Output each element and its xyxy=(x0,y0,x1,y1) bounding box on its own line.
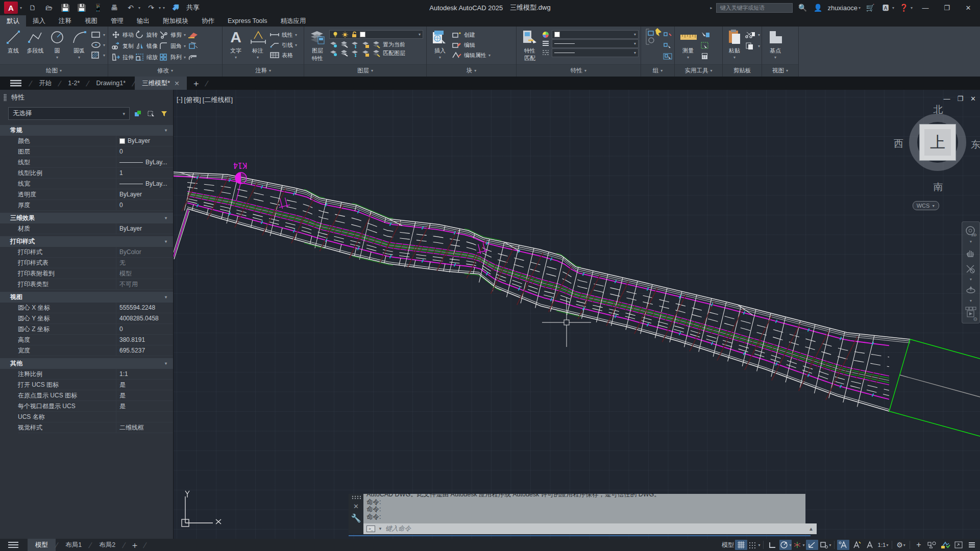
pickadd-toggle-icon[interactable] xyxy=(133,109,143,119)
panel-title[interactable]: 组▾ xyxy=(641,64,674,77)
search-input[interactable]: 键入关键字或短语 xyxy=(716,3,793,13)
ellipse-button[interactable]: ▾ xyxy=(91,40,105,49)
crosshair-toggle[interactable]: + xyxy=(913,540,925,550)
panel-title[interactable]: 特性▾ xyxy=(517,64,641,77)
quick-select-button[interactable] xyxy=(700,30,710,39)
palette-row[interactable]: 宽度695.5237 xyxy=(18,345,173,356)
clean-screen[interactable] xyxy=(952,540,965,550)
autoscale-toggle[interactable] xyxy=(850,540,863,550)
palette-section-3[interactable]: 视图▾ xyxy=(0,292,173,303)
annoscale-icon[interactable] xyxy=(864,540,876,550)
file-tab-0[interactable]: 开始 xyxy=(32,77,59,90)
trim-button[interactable]: 修剪▾ xyxy=(159,30,186,39)
erase-button[interactable] xyxy=(187,30,200,39)
layer-dropdown[interactable]: ▾ xyxy=(329,30,423,39)
file-tab-1[interactable]: 1-2* xyxy=(61,77,87,90)
file-tab-2[interactable]: Drawing1* xyxy=(89,77,133,90)
grid-toggle[interactable] xyxy=(735,540,747,550)
panel-title[interactable]: 块▾ xyxy=(427,64,516,77)
palette-section-4[interactable]: 其他▾ xyxy=(0,358,173,369)
measure-button[interactable]: 测量▾ xyxy=(678,28,698,60)
copy-button[interactable]: 复制 xyxy=(111,41,134,51)
cut-button[interactable]: ▾ xyxy=(745,30,760,39)
logo-caret-icon[interactable]: ▾ xyxy=(20,6,22,10)
calculator-button[interactable] xyxy=(700,52,710,61)
save-icon[interactable]: 💾 xyxy=(60,3,71,13)
color-dropdown[interactable]: ▾ xyxy=(552,30,639,39)
ribbon-tab-2[interactable]: 注释 xyxy=(52,15,78,27)
command-expand-icon[interactable]: ▲ xyxy=(808,526,814,532)
workspace-gear[interactable]: ⚙▾ xyxy=(895,540,907,550)
polar-toggle[interactable]: ▾ xyxy=(779,540,792,550)
hatch-button[interactable]: ▾ xyxy=(91,51,105,60)
rotate-button[interactable]: 旋转 xyxy=(135,30,158,39)
tab-close-icon[interactable]: ✕ xyxy=(174,80,179,87)
palette-row[interactable]: 打印样式表无 xyxy=(18,258,173,268)
panel-title[interactable]: 剪贴板 xyxy=(723,64,762,77)
panel-title[interactable]: 修改▾ xyxy=(108,64,222,77)
palette-section-0[interactable]: 常规▾ xyxy=(0,125,173,136)
group-button[interactable] xyxy=(644,28,662,47)
palette-row[interactable]: 透明度ByLayer xyxy=(18,189,173,200)
copy-clip-button[interactable]: ▾ xyxy=(745,41,760,51)
undo-caret-icon[interactable]: ▾ xyxy=(138,6,140,10)
otrack-toggle[interactable] xyxy=(806,540,818,550)
palette-row[interactable]: UCS 名称 xyxy=(18,412,173,422)
match-properties-button[interactable]: 特性匹配 xyxy=(520,28,540,62)
command-grip[interactable]: ✕ 🔧 xyxy=(349,494,363,534)
layout-tab-2[interactable]: 布局2 xyxy=(91,539,123,551)
undo-icon[interactable]: ↶ xyxy=(125,3,136,13)
leader-button[interactable]: 引线▾ xyxy=(270,40,297,49)
osnap-toggle[interactable]: ▾ xyxy=(819,540,831,550)
group-select-toggle[interactable] xyxy=(663,52,672,61)
ribbon-tab-9[interactable]: 精选应用 xyxy=(274,15,313,27)
scale-button[interactable]: 缩放 xyxy=(135,53,158,62)
panel-title[interactable]: 图层▾ xyxy=(304,64,426,77)
panel-title[interactable]: 视图▾ xyxy=(762,64,798,77)
panel-title[interactable]: 注释▾ xyxy=(223,64,304,77)
layout-tab-0[interactable]: 模型 xyxy=(28,539,56,551)
command-input[interactable]: >_▼ 键入命令 ▲ xyxy=(363,523,817,534)
layer-properties-button[interactable]: 图层特性 xyxy=(307,28,328,62)
explode-button[interactable] xyxy=(187,41,200,51)
palette-row[interactable]: 线型比例1 xyxy=(18,168,173,179)
polyline-button[interactable]: 多段线 xyxy=(25,28,45,55)
autocad-logo[interactable]: A xyxy=(4,2,18,14)
ribbon-tab-0[interactable]: 默认 xyxy=(0,15,26,27)
dimension-button[interactable]: 标注▾ xyxy=(248,28,268,60)
ribbon-tab-4[interactable]: 管理 xyxy=(104,15,130,27)
edit-block-button[interactable]: 编辑 xyxy=(452,40,491,49)
insert-block-button[interactable]: 插入▾ xyxy=(430,28,450,60)
palette-row[interactable]: 圆心 Z 坐标0 xyxy=(18,324,173,335)
table-button[interactable]: 表格 xyxy=(270,51,297,60)
palette-row[interactable]: 每个视口都显示 UCS是 xyxy=(18,401,173,412)
palette-section-1[interactable]: 三维效果▾ xyxy=(0,213,173,223)
panel-title[interactable]: 实用工具▾ xyxy=(675,64,722,77)
group-edit-button[interactable] xyxy=(663,41,672,50)
panel-title[interactable]: 绘图▾ xyxy=(0,64,108,77)
lineweight-dropdown[interactable]: ▾ xyxy=(552,39,639,48)
user-name[interactable]: zhuxiaoce xyxy=(827,4,857,12)
palette-row[interactable]: 视觉样式二维线框 xyxy=(18,422,173,433)
quick-select-icon[interactable] xyxy=(159,109,169,119)
plot-icon[interactable]: 🖶 xyxy=(109,3,120,13)
paste-button[interactable]: 粘贴▾ xyxy=(726,28,743,60)
ungroup-button[interactable] xyxy=(663,30,672,39)
filetab-menu-icon[interactable] xyxy=(0,77,30,90)
file-tab-3[interactable]: 三维模型*✕ xyxy=(135,77,186,90)
palette-row[interactable]: 打印表附着到模型 xyxy=(18,268,173,279)
redo-caret-icon[interactable]: ▾ xyxy=(159,6,161,10)
qat-caret-icon[interactable]: ▾ xyxy=(163,6,165,10)
selection-dropdown[interactable]: 无选择▾ xyxy=(8,107,130,120)
ribbon-tab-8[interactable]: Express Tools xyxy=(221,15,274,27)
palette-row[interactable]: 打印样式ByColor xyxy=(18,247,173,258)
arc-button[interactable]: 圆弧▾ xyxy=(69,28,89,60)
select-objects-icon[interactable] xyxy=(146,109,156,119)
ribbon-tab-7[interactable]: 协作 xyxy=(195,15,221,27)
palette-row[interactable]: 厚度0 xyxy=(18,200,173,211)
user-icon[interactable]: 👤 xyxy=(812,3,823,13)
layout-menu-icon[interactable] xyxy=(0,539,28,551)
palette-row[interactable]: 圆心 Y 坐标4008285.0458 xyxy=(18,313,173,324)
annoscale-value[interactable]: 1:1▾ xyxy=(877,540,889,550)
cart-icon[interactable]: 🛒 xyxy=(865,3,876,13)
